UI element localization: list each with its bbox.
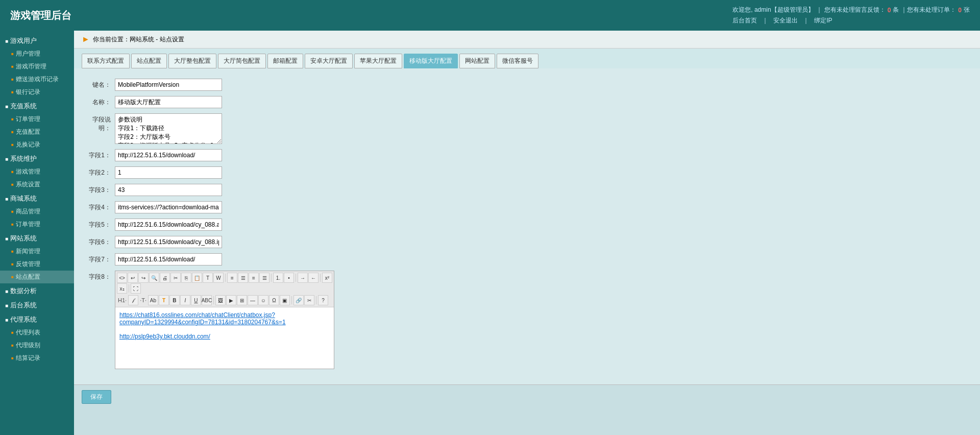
tb-image[interactable]: 🖼: [215, 295, 226, 305]
sidebar-item-order-management[interactable]: 订单管理: [0, 113, 74, 126]
editor-link1[interactable]: https://chat816.osslines.com/chat/chatCl…: [119, 311, 286, 326]
tab-hall-simple-config[interactable]: 大厅简包配置: [218, 54, 266, 68]
tb-subscript[interactable]: x₂: [117, 283, 127, 294]
breadcrumb-arrow-icon: ►: [82, 35, 90, 44]
tb-strike[interactable]: ABC: [202, 295, 212, 305]
tb-line[interactable]: —: [248, 295, 258, 305]
sidebar-item-user-management[interactable]: 用户管理: [0, 47, 74, 60]
field5-input[interactable]: [115, 219, 222, 231]
tb-format[interactable]: 𝒻: [128, 295, 138, 305]
sidebar-item-news-management[interactable]: 新闻管理: [0, 245, 74, 258]
tb-paste-text[interactable]: T: [203, 273, 213, 283]
save-button[interactable]: 保存: [82, 390, 111, 404]
sidebar-group-网站系统: 网站系统: [0, 231, 74, 245]
sidebar-item-system-settings[interactable]: 系统设置: [0, 178, 74, 191]
tb-align-right[interactable]: ≡: [249, 273, 259, 283]
sidebar-item-gift-coin-records[interactable]: 赠送游戏币记录: [0, 73, 74, 86]
field3-input[interactable]: [115, 184, 222, 196]
tb-smiley[interactable]: ☺: [258, 295, 268, 305]
nav-bind-ip[interactable]: 绑定IP: [814, 16, 832, 25]
sidebar-item-goods-management[interactable]: 商品管理: [0, 205, 74, 218]
desc-textarea[interactable]: 参数说明 字段1：下载路径 字段2：大厅版本号 字段3：资源版本号 5:安卓分发…: [115, 113, 222, 144]
sidebar-item-site-config[interactable]: 站点配置: [0, 271, 74, 283]
welcome-line: 欢迎您, admin【超级管理员】 ｜ 您有未处理留言反馈： 0 条 ｜您有未处…: [732, 6, 970, 14]
sidebar-group-数据分析: 数据分析: [0, 283, 74, 298]
field1-input[interactable]: [115, 149, 222, 161]
breadcrumb-bar: ► 你当前位置：网站系统 - 站点设置: [74, 31, 980, 49]
tb-font-color[interactable]: T: [159, 295, 169, 305]
tb-align-center[interactable]: ☰: [238, 273, 248, 283]
tb-underline[interactable]: U: [191, 295, 201, 305]
tb-print[interactable]: 🖨: [160, 273, 170, 283]
tb-ul[interactable]: •: [284, 273, 294, 283]
tb-undo[interactable]: ↩: [128, 273, 138, 283]
sidebar-item-agent-level[interactable]: 代理级别: [0, 339, 74, 352]
field6-input[interactable]: [115, 236, 222, 248]
sidebar-group-后台系统: 后台系统: [0, 298, 74, 312]
tb-copy[interactable]: ⎘: [181, 273, 191, 283]
tb-ol[interactable]: 1.: [273, 273, 283, 283]
tb-source[interactable]: <>: [117, 273, 127, 283]
tb-special[interactable]: Ω: [269, 295, 279, 305]
tb-find[interactable]: 🔍: [149, 273, 159, 283]
tb-cut[interactable]: ✂: [170, 273, 181, 283]
sidebar-item-settlement-records[interactable]: 结算记录: [0, 352, 74, 365]
tb-table[interactable]: ⊞: [237, 295, 247, 305]
tb-justify[interactable]: ☰: [259, 273, 270, 283]
toolbar-sep6: [213, 296, 214, 304]
tab-apple-hall-config[interactable]: 苹果大厅配置: [354, 54, 402, 68]
sidebar-item-exchange-records[interactable]: 兑换记录: [0, 138, 74, 151]
field6-row: 字段6：: [84, 236, 970, 248]
editor-link2[interactable]: http://pslp9eb3y.bkt.clouddn.com/: [119, 333, 210, 340]
tab-android-hall-config[interactable]: 安卓大厅配置: [305, 54, 353, 68]
tb-unlink[interactable]: ✂: [304, 295, 314, 305]
tab-contact-config[interactable]: 联系方式配置: [82, 54, 130, 68]
field4-input[interactable]: [115, 201, 222, 213]
nav-home[interactable]: 后台首页: [732, 16, 757, 25]
key-input[interactable]: [115, 79, 222, 91]
tb-font[interactable]: Ab: [148, 295, 158, 305]
tb-outdent[interactable]: ←: [308, 273, 318, 283]
tab-hall-package-config[interactable]: 大厅整包配置: [168, 54, 216, 68]
field7-input[interactable]: [115, 253, 222, 265]
field2-row: 字段2：: [84, 166, 970, 179]
tb-iframe[interactable]: ▣: [280, 295, 290, 305]
tb-italic[interactable]: I: [180, 295, 190, 305]
form-area: 键名： 名称： 字段说明： 参数说明 字段1：下载路径 字段2：大厅版本号 字段…: [74, 68, 980, 384]
sidebar-item-agent-list[interactable]: 代理列表: [0, 326, 74, 339]
sidebar-item-game-coin-management[interactable]: 游戏币管理: [0, 60, 74, 73]
tab-wechat-service[interactable]: 微信客服号: [497, 54, 538, 68]
tb-link[interactable]: 🔗: [293, 295, 304, 305]
editor-content[interactable]: https://chat816.osslines.com/chat/chatCl…: [115, 307, 334, 369]
app-title: 游戏管理后台: [10, 9, 71, 22]
tb-maximize[interactable]: ⛶: [131, 283, 141, 294]
field3-label: 字段3：: [84, 184, 115, 195]
tab-email-config[interactable]: 邮箱配置: [267, 54, 303, 68]
field2-input[interactable]: [115, 166, 222, 179]
tb-align-left[interactable]: ≡: [227, 273, 237, 283]
tb-redo[interactable]: ↪: [138, 273, 149, 283]
tb-flash[interactable]: ▶: [226, 295, 236, 305]
tb-bold[interactable]: B: [169, 295, 180, 305]
tab-website-config[interactable]: 网站配置: [459, 54, 495, 68]
sidebar-group-充值系统: 充值系统: [0, 99, 74, 113]
header: 游戏管理后台 欢迎您, admin【超级管理员】 ｜ 您有未处理留言反馈： 0 …: [0, 0, 980, 31]
tb-help[interactable]: ?: [318, 295, 328, 305]
nav-logout[interactable]: 安全退出: [773, 16, 798, 25]
sidebar-item-feedback-management[interactable]: 反馈管理: [0, 258, 74, 271]
tb-paste[interactable]: 📋: [192, 273, 202, 283]
sidebar-item-recharge-config[interactable]: 充值配置: [0, 126, 74, 138]
sidebar-group-系统维护: 系统维护: [0, 151, 74, 165]
tb-paste-word[interactable]: W: [213, 273, 224, 283]
tab-mobile-hall-config[interactable]: 移动版大厅配置: [404, 54, 458, 68]
sidebar-item-game-management[interactable]: 游戏管理: [0, 165, 74, 178]
tab-site-config-tab[interactable]: 站点配置: [131, 54, 167, 68]
tb-superscript[interactable]: x²: [322, 273, 332, 283]
toolbar-sep3: [296, 274, 296, 282]
field4-row: 字段4：: [84, 201, 970, 213]
sidebar-item-shop-order-management[interactable]: 订单管理: [0, 218, 74, 231]
name-input[interactable]: [115, 96, 222, 108]
welcome-text: 欢迎您, admin【超级管理员】: [732, 6, 814, 14]
tb-indent[interactable]: →: [298, 273, 308, 283]
sidebar-item-bank-records[interactable]: 银行记录: [0, 86, 74, 99]
